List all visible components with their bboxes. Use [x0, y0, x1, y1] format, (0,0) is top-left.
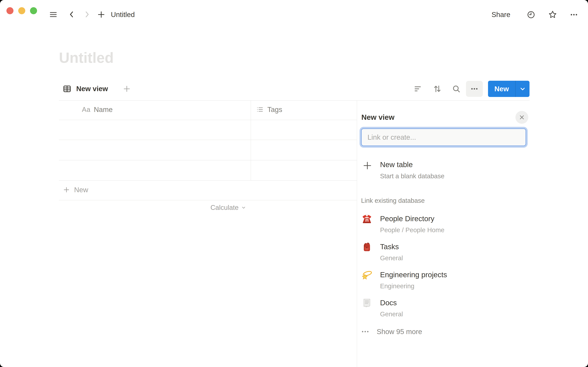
breadcrumb-title[interactable]: Untitled [111, 10, 135, 19]
plus-icon [63, 186, 70, 193]
dizzy-star-icon [362, 270, 372, 280]
column-header-tags[interactable]: Tags [256, 105, 282, 114]
show-more-label: Show 95 more [377, 327, 422, 336]
view-options-button[interactable] [466, 81, 483, 97]
table-row[interactable] [59, 160, 357, 180]
panel-title: New view [361, 113, 394, 121]
close-panel-button[interactable] [515, 111, 528, 124]
telephone-icon [362, 214, 372, 224]
new-table-option[interactable]: New table Start a blank database [361, 158, 530, 184]
zoom-window-button[interactable] [30, 7, 37, 14]
back-icon[interactable] [67, 10, 76, 19]
show-more-button[interactable]: Show 95 more [361, 325, 422, 338]
database-location: General [380, 310, 403, 318]
column-header-name[interactable]: Aa Name [82, 105, 113, 114]
column-divider[interactable] [251, 100, 251, 181]
calculate-button[interactable]: Calculate [181, 204, 246, 211]
database-list-item[interactable]: Docs General [361, 294, 530, 322]
forward-icon[interactable] [83, 10, 91, 19]
divider [59, 100, 530, 101]
page-title[interactable]: Untitled [59, 49, 114, 66]
table-row[interactable] [59, 120, 357, 140]
link-existing-database-label: Link existing database [361, 197, 425, 204]
sort-icon[interactable] [433, 84, 442, 94]
ellipsis-icon [361, 327, 369, 336]
database-list: People Directory People / People Home Ta… [361, 210, 530, 322]
close-icon [519, 114, 525, 121]
favorite-star-icon[interactable] [548, 10, 557, 19]
divider [59, 180, 357, 181]
database-location: People / People Home [380, 226, 444, 234]
text-type-icon: Aa [82, 106, 90, 113]
new-record-dropdown-chevron-icon[interactable] [515, 81, 530, 97]
database-list-item[interactable]: Engineering projects Engineering [361, 266, 530, 294]
minimize-window-button[interactable] [18, 7, 25, 14]
new-table-subtitle: Start a blank database [380, 173, 444, 180]
database-location: Engineering [380, 283, 414, 290]
new-table-title: New table [380, 160, 413, 169]
column-header-label: Name [94, 105, 113, 114]
share-button[interactable]: Share [491, 10, 510, 19]
plus-icon [362, 160, 372, 171]
filter-icon[interactable] [413, 84, 423, 94]
backpack-icon [362, 242, 372, 252]
history-clock-icon[interactable] [526, 10, 536, 19]
add-row-button[interactable]: New [63, 186, 88, 194]
app-window: Untitled Share Untitled N [0, 0, 588, 367]
chevron-down-icon [241, 205, 246, 210]
new-record-button[interactable]: New [488, 81, 515, 97]
link-or-create-input[interactable] [361, 128, 526, 146]
more-options-icon[interactable] [569, 10, 579, 19]
database-list-item[interactable]: People Directory People / People Home [361, 210, 530, 238]
column-header-label: Tags [267, 105, 282, 114]
panel-divider[interactable] [357, 100, 357, 367]
database-list-item[interactable]: Tasks General [361, 238, 530, 266]
document-icon [362, 298, 372, 308]
divider [59, 200, 357, 200]
table-row[interactable] [59, 140, 357, 160]
add-view-plus-icon[interactable] [122, 84, 131, 93]
database-title: Engineering projects [380, 270, 447, 279]
new-page-plus-icon[interactable] [97, 10, 106, 19]
bulleted-list-icon [256, 106, 264, 114]
database-location: General [380, 254, 403, 262]
new-record-split-button: New [488, 81, 530, 97]
database-title: Tasks [380, 242, 399, 251]
search-icon[interactable] [451, 84, 461, 94]
database-title: People Directory [380, 214, 434, 223]
calculate-label: Calculate [211, 204, 238, 211]
database-title: Docs [380, 299, 397, 307]
add-row-label: New [74, 186, 88, 194]
table-view-icon [63, 84, 72, 93]
tab-new-view[interactable]: New view [76, 84, 108, 93]
close-window-button[interactable] [7, 7, 14, 14]
sidebar-menu-icon[interactable] [49, 10, 58, 19]
